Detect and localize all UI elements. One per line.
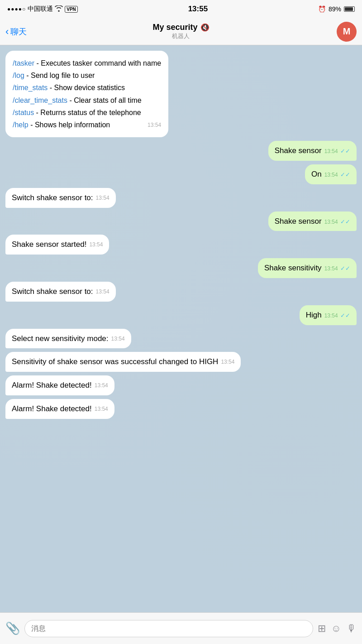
- status-right: ⏰ 89%: [318, 5, 355, 13]
- keyboard-icon[interactable]: ⊞: [318, 623, 326, 634]
- cmd-line-4: /clear_time_stats - Clear stats of all t…: [13, 94, 161, 106]
- bubble-time-5: 13:54: [89, 241, 103, 249]
- message-input[interactable]: [24, 620, 313, 637]
- message-row-2: On 13:54 ✓✓: [5, 164, 357, 184]
- bubble-12: Alarm! Shake detected! 13:54: [5, 399, 114, 419]
- cmd-log: /log: [13, 72, 24, 79]
- cmd-time-stats-desc: - Show device statistics: [50, 84, 125, 91]
- bubble-1: Shake sensor 13:54 ✓✓: [268, 141, 357, 161]
- bubble-text-12: Alarm! Shake detected!: [12, 404, 92, 413]
- bubble-time-12: 13:54: [95, 405, 108, 413]
- avatar[interactable]: M: [337, 22, 357, 42]
- message-row-4: Shake sensor 13:54 ✓✓: [5, 211, 357, 231]
- bubble-text-5: Shake sensor started!: [12, 240, 86, 249]
- battery-percent: 89%: [329, 5, 341, 13]
- bubble-2: On 13:54 ✓✓: [305, 164, 357, 184]
- cmd-clear-time-stats: /clear_time_stats: [13, 96, 67, 104]
- bubble-time-4: 13:54 ✓✓: [324, 218, 350, 226]
- attach-button[interactable]: 📎: [5, 621, 20, 635]
- cmd-tasker: /tasker: [13, 59, 34, 67]
- bubble-time-9: 13:54: [111, 335, 125, 343]
- carrier-label: 中国联通: [28, 5, 53, 13]
- status-bar: ●●●●○ 中国联通 VPN 13:55 ⏰ 89%: [0, 0, 362, 18]
- clock-icon: ⏰: [318, 5, 326, 13]
- bubble-5: Shake sensor started! 13:54: [5, 235, 109, 255]
- commands-bubble-row: /tasker - Executes tasker command with n…: [5, 51, 357, 137]
- back-chevron-icon: ‹: [5, 26, 9, 38]
- sticker-icon[interactable]: ☺: [331, 623, 341, 634]
- commands-bubble: /tasker - Executes tasker command with n…: [5, 51, 168, 137]
- bubble-time-7: 13:54: [96, 288, 110, 296]
- cmd-line-6: /help - Shows help information 13:54: [13, 119, 161, 131]
- bubble-time-3: 13:54: [96, 194, 110, 202]
- bubble-text-7: Switch shake sensor to:: [12, 287, 93, 296]
- back-button[interactable]: ‹ 聊天: [5, 26, 27, 38]
- bubble-time-8: 13:54 ✓✓: [324, 312, 350, 320]
- signal-dots: ●●●●○: [7, 6, 26, 12]
- status-left: ●●●●○ 中国联通 VPN: [7, 5, 78, 14]
- cmd-status-desc: - Returns status of the telephone: [36, 109, 141, 116]
- chat-title-text: My security: [152, 23, 197, 32]
- chat-title: My security 🔇: [152, 23, 209, 32]
- bubble-time-10: 13:54: [221, 358, 234, 366]
- nav-title-block: My security 🔇 机器人: [152, 23, 209, 40]
- bubble-time-6: 13:54 ✓✓: [324, 264, 350, 273]
- bubble-3: Switch shake sensor to: 13:54: [5, 188, 116, 208]
- bubble-text-4: Shake sensor: [275, 217, 322, 226]
- message-row-1: Shake sensor 13:54 ✓✓: [5, 141, 357, 161]
- bubble-time-1: 13:54 ✓✓: [324, 147, 350, 155]
- cmd-status: /status: [13, 109, 34, 116]
- bubble-time-2: 13:54 ✓✓: [324, 171, 350, 179]
- bubble-7: Switch shake sensor to: 13:54: [5, 282, 116, 302]
- bubble-8: High 13:54 ✓✓: [300, 305, 357, 325]
- bubble-text-6: Shake sensitivity: [264, 264, 322, 272]
- message-row-6: Shake sensitivity 13:54 ✓✓: [5, 258, 357, 278]
- back-label: 聊天: [10, 26, 27, 37]
- bubble-text-8: High: [306, 311, 322, 319]
- message-row-12: Alarm! Shake detected! 13:54: [5, 399, 357, 419]
- battery-icon: [344, 6, 355, 12]
- cmd-clear-time-stats-desc: - Clear stats of all time: [69, 96, 141, 104]
- nav-bar: ‹ 聊天 My security 🔇 机器人 M: [0, 18, 362, 45]
- message-row-8: High 13:54 ✓✓: [5, 305, 357, 325]
- messages-container: /tasker - Executes tasker command with n…: [5, 51, 357, 419]
- mic-icon[interactable]: 🎙: [347, 623, 357, 634]
- cmd-line-5: /status - Returns status of the telephon…: [13, 106, 161, 119]
- avatar-letter: M: [343, 26, 351, 37]
- status-time: 13:55: [188, 5, 208, 14]
- bottom-icons: ⊞ ☺ 🎙: [318, 623, 357, 634]
- cmd-line-3: /time_stats - Show device statistics: [13, 82, 161, 94]
- message-row-9: Select new sensitivity mode: 13:54: [5, 329, 357, 349]
- mute-icon: 🔇: [200, 23, 210, 32]
- bubble-text-2: On: [311, 170, 322, 178]
- bubble-time-11: 13:54: [95, 382, 108, 389]
- bubble-9: Select new sensitivity mode: 13:54: [5, 329, 131, 349]
- cmd-line-1: /tasker - Executes tasker command with n…: [13, 57, 161, 69]
- wifi-icon: [55, 5, 63, 14]
- message-row-10: Sensitivity of shake sensor was successf…: [5, 352, 357, 372]
- bottom-bar: 📎 ⊞ ☺ 🎙: [0, 612, 362, 644]
- message-row-3: Switch shake sensor to: 13:54: [5, 188, 357, 208]
- bubble-11: Alarm! Shake detected! 13:54: [5, 375, 114, 395]
- chat-subtitle: 机器人: [152, 32, 209, 40]
- bubble-text-3: Switch shake sensor to:: [12, 193, 93, 202]
- cmd-help-desc: - Shows help information: [30, 121, 110, 129]
- bubble-text-10: Sensitivity of shake sensor was successf…: [12, 357, 218, 366]
- cmd-help: /help: [13, 121, 29, 129]
- bubble-10: Sensitivity of shake sensor was successf…: [5, 352, 241, 372]
- cmd-log-desc: - Send log file to user: [26, 72, 95, 79]
- message-row-5: Shake sensor started! 13:54: [5, 235, 357, 255]
- bubble-4: Shake sensor 13:54 ✓✓: [268, 211, 357, 231]
- commands-time: 13:54: [148, 120, 161, 130]
- bubble-6: Shake sensitivity 13:54 ✓✓: [258, 258, 357, 278]
- bubble-text-1: Shake sensor: [275, 146, 322, 155]
- bubble-text-11: Alarm! Shake detected!: [12, 381, 92, 389]
- bubble-text-9: Select new sensitivity mode:: [12, 334, 109, 343]
- chat-area: /tasker - Executes tasker command with n…: [0, 45, 362, 644]
- cmd-tasker-desc: - Executes tasker command with name: [36, 59, 161, 67]
- cmd-line-2: /log - Send log file to user: [13, 69, 161, 82]
- message-row-7: Switch shake sensor to: 13:54: [5, 282, 357, 302]
- vpn-label: VPN: [65, 6, 78, 13]
- cmd-time-stats: /time_stats: [13, 84, 48, 91]
- message-row-11: Alarm! Shake detected! 13:54: [5, 375, 357, 395]
